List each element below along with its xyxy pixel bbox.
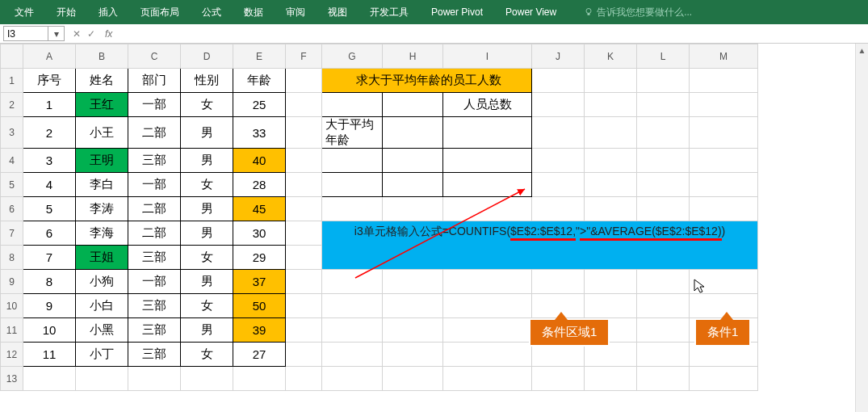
row-header-1[interactable]: 1 [1, 69, 23, 93]
cell-M9[interactable] [690, 270, 758, 294]
cell-H2[interactable] [383, 93, 443, 117]
cell-G1[interactable]: 求大于平均年龄的员工人数 [322, 69, 532, 93]
cell-K2[interactable] [585, 93, 637, 117]
cell-C13[interactable] [128, 367, 181, 391]
cell-I5[interactable] [443, 173, 532, 197]
cell-F2[interactable] [286, 93, 322, 117]
cell-J5[interactable] [532, 173, 585, 197]
cell-F4[interactable] [286, 149, 322, 173]
name-box[interactable]: I3 [3, 26, 48, 41]
cell-M6[interactable] [690, 197, 758, 221]
cell-G6[interactable] [322, 197, 383, 221]
col-header-C[interactable]: C [128, 44, 181, 69]
col-header-H[interactable]: H [383, 44, 443, 69]
cell-A5[interactable]: 4 [23, 173, 76, 197]
cell-I9[interactable] [443, 270, 532, 294]
cell-B5[interactable]: 李白 [76, 173, 128, 197]
cell-B12[interactable]: 小丁 [76, 343, 128, 367]
col-header-B[interactable]: B [76, 44, 128, 69]
cell-M3[interactable] [690, 117, 758, 149]
cell-C11[interactable]: 三部 [128, 318, 181, 343]
cell-B6[interactable]: 李涛 [76, 197, 128, 221]
cell-D13[interactable] [181, 367, 233, 391]
cell-G4[interactable] [322, 149, 383, 173]
cell-C9[interactable]: 一部 [128, 270, 181, 294]
formula-input[interactable] [120, 24, 868, 43]
cell-I3[interactable] [443, 117, 532, 149]
ribbon-tab-开发工具[interactable]: 开发工具 [359, 0, 420, 24]
cell-G7[interactable]: i3单元格输入公式=COUNTIFS($E$2:$E$12,">"&AVERAG… [322, 221, 758, 270]
col-header-M[interactable]: M [690, 44, 758, 69]
col-header-E[interactable]: E [233, 44, 286, 69]
cell-F8[interactable] [286, 246, 322, 270]
cell-M13[interactable] [690, 367, 758, 391]
cell-C8[interactable]: 三部 [128, 246, 181, 270]
cell-K1[interactable] [585, 69, 637, 93]
cell-K9[interactable] [585, 270, 637, 294]
row-header-4[interactable]: 4 [1, 149, 23, 173]
cell-A10[interactable]: 9 [23, 294, 76, 318]
ribbon-tab-Power Pivot[interactable]: Power Pivot [420, 0, 494, 24]
cell-J6[interactable] [532, 197, 585, 221]
cell-D8[interactable]: 女 [181, 246, 233, 270]
cell-E7[interactable]: 30 [233, 221, 286, 246]
cell-E10[interactable]: 50 [233, 294, 286, 318]
name-box-dropdown[interactable]: ▾ [48, 26, 65, 41]
scroll-up-icon[interactable]: ▲ [856, 44, 868, 57]
cell-A2[interactable]: 1 [23, 93, 76, 117]
cell-I4[interactable] [443, 149, 532, 173]
cell-E12[interactable]: 27 [233, 343, 286, 367]
cell-D4[interactable]: 男 [181, 149, 233, 173]
spreadsheet-grid[interactable]: ABCDEFGHIJKLM1序号姓名部门性别年龄求大于平均年龄的员工人数21王红… [0, 44, 758, 391]
cell-G13[interactable] [322, 367, 383, 391]
cell-F1[interactable] [286, 69, 322, 93]
cell-K13[interactable] [585, 367, 637, 391]
cell-E8[interactable]: 29 [233, 246, 286, 270]
ribbon-tab-插入[interactable]: 插入 [87, 0, 129, 24]
cell-J9[interactable] [532, 270, 585, 294]
cell-K4[interactable] [585, 149, 637, 173]
cell-A13[interactable] [23, 367, 76, 391]
cell-A1[interactable]: 序号 [23, 69, 76, 93]
row-header-2[interactable]: 2 [1, 93, 23, 117]
cell-M5[interactable] [690, 173, 758, 197]
cell-F10[interactable] [286, 294, 322, 318]
row-header-12[interactable]: 12 [1, 343, 23, 367]
cell-L5[interactable] [637, 173, 690, 197]
cell-H5[interactable] [383, 173, 443, 197]
cell-L12[interactable] [637, 343, 690, 367]
ribbon-tab-Power View[interactable]: Power View [494, 0, 568, 24]
cell-E11[interactable]: 39 [233, 318, 286, 343]
cell-F7[interactable] [286, 221, 322, 246]
cell-B1[interactable]: 姓名 [76, 69, 128, 93]
cell-I2[interactable]: 人员总数 [443, 93, 532, 117]
ribbon-tab-公式[interactable]: 公式 [191, 0, 233, 24]
cell-A6[interactable]: 5 [23, 197, 76, 221]
formula-accept-icon[interactable]: ✓ [87, 28, 95, 40]
cell-E4[interactable]: 40 [233, 149, 286, 173]
cell-B3[interactable]: 小王 [76, 117, 128, 149]
cell-M4[interactable] [690, 149, 758, 173]
cell-L13[interactable] [637, 367, 690, 391]
cell-L9[interactable] [637, 270, 690, 294]
cell-I11[interactable] [443, 318, 532, 343]
cell-G10[interactable] [322, 294, 383, 318]
cell-A11[interactable]: 10 [23, 318, 76, 343]
ribbon-tab-文件[interactable]: 文件 [3, 0, 45, 24]
col-header-J[interactable]: J [532, 44, 585, 69]
col-header-I[interactable]: I [443, 44, 532, 69]
cell-H4[interactable] [383, 149, 443, 173]
cell-H6[interactable] [383, 197, 443, 221]
cell-D7[interactable]: 男 [181, 221, 233, 246]
cell-J4[interactable] [532, 149, 585, 173]
cell-L3[interactable] [637, 117, 690, 149]
ribbon-tab-审阅[interactable]: 审阅 [275, 0, 317, 24]
cell-G2[interactable] [322, 93, 383, 117]
cell-D9[interactable]: 男 [181, 270, 233, 294]
cell-D6[interactable]: 男 [181, 197, 233, 221]
cell-C7[interactable]: 二部 [128, 221, 181, 246]
cell-H11[interactable] [383, 318, 443, 343]
cell-L11[interactable] [637, 318, 690, 343]
col-header-K[interactable]: K [585, 44, 637, 69]
col-header-D[interactable]: D [181, 44, 233, 69]
